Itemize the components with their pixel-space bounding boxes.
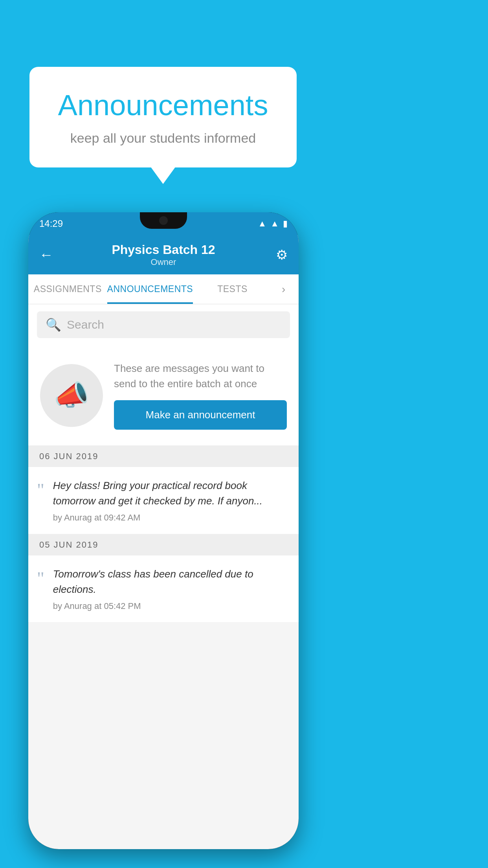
megaphone-icon: 📣 [54, 379, 89, 412]
announcement-content-1: Hey class! Bring your practical record b… [53, 478, 288, 523]
header-title: Physics Batch 12 [112, 243, 215, 257]
make-announcement-button[interactable]: Make an announcement [114, 400, 287, 430]
announcement-text-2: Tomorrow's class has been cancelled due … [53, 566, 288, 597]
prompt-right: These are messages you want to send to t… [114, 361, 287, 430]
signal-icon: ▲ [270, 219, 279, 229]
battery-icon: ▮ [283, 219, 288, 229]
header-subtitle: Owner [112, 257, 215, 267]
announcement-content-2: Tomorrow's class has been cancelled due … [53, 566, 288, 611]
settings-icon[interactable]: ⚙ [276, 247, 288, 263]
tab-tests[interactable]: TESTS [193, 274, 272, 304]
tab-assignments[interactable]: ASSIGNMENTS [28, 274, 107, 304]
status-icons: ▲ ▲ ▮ [258, 219, 288, 229]
header-center: Physics Batch 12 Owner [112, 243, 215, 267]
megaphone-circle: 📣 [40, 364, 103, 427]
search-container: 🔍 Search [28, 304, 299, 345]
announcement-meta-2: by Anurag at 05:42 PM [53, 601, 288, 611]
bubble-title: Announcements [53, 88, 273, 122]
prompt-description: These are messages you want to send to t… [114, 361, 287, 392]
date-separator-2: 05 JUN 2019 [28, 534, 299, 555]
app-header: ← Physics Batch 12 Owner ⚙ [28, 235, 299, 274]
announcement-item-1[interactable]: " Hey class! Bring your practical record… [28, 467, 299, 534]
search-placeholder: Search [67, 318, 104, 331]
search-icon: 🔍 [46, 317, 61, 332]
tab-announcements[interactable]: ANNOUNCEMENTS [107, 274, 193, 304]
phone-frame: 14:29 ▲ ▲ ▮ ← Physics Batch 12 Owner ⚙ A… [28, 212, 299, 849]
camera-notch [140, 212, 187, 229]
bubble-subtitle: keep all your students informed [53, 131, 273, 146]
wifi-icon: ▲ [258, 219, 266, 229]
date-separator-1: 06 JUN 2019 [28, 446, 299, 467]
tab-more[interactable]: › [272, 274, 299, 304]
phone-inner: ← Physics Batch 12 Owner ⚙ ASSIGNMENTS A… [28, 235, 299, 849]
announcement-item-2[interactable]: " Tomorrow's class has been cancelled du… [28, 555, 299, 623]
back-button[interactable]: ← [39, 246, 53, 263]
status-time: 14:29 [39, 218, 63, 229]
announcement-text-1: Hey class! Bring your practical record b… [53, 478, 288, 509]
tabs-bar: ASSIGNMENTS ANNOUNCEMENTS TESTS › [28, 274, 299, 304]
quote-icon-2: " [37, 570, 44, 588]
announcement-meta-1: by Anurag at 09:42 AM [53, 513, 288, 523]
quote-icon-1: " [37, 481, 44, 499]
search-bar[interactable]: 🔍 Search [37, 311, 290, 338]
speech-bubble: Announcements keep all your students inf… [29, 67, 297, 167]
announcement-prompt: 📣 These are messages you want to send to… [28, 345, 299, 446]
